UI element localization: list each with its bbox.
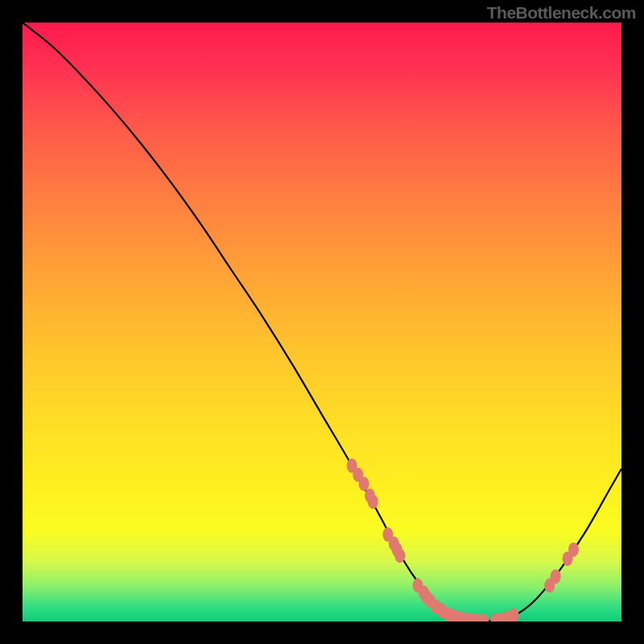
data-marker [568, 543, 579, 557]
plot-area [23, 23, 621, 621]
data-marker [551, 569, 561, 584]
data-marker [509, 609, 519, 621]
chart-container: TheBottleneck.com [0, 0, 644, 644]
data-marker [359, 477, 369, 491]
data-markers [347, 459, 579, 621]
watermark-text: TheBottleneck.com [487, 3, 636, 23]
curve-svg [23, 23, 621, 621]
data-marker [368, 494, 378, 509]
data-marker [394, 548, 405, 563]
bottleneck-curve [23, 23, 621, 621]
